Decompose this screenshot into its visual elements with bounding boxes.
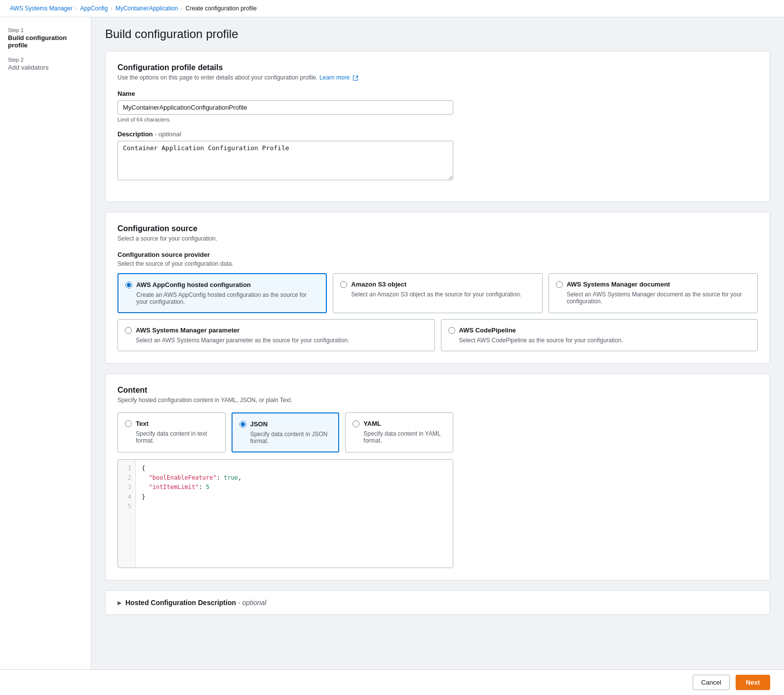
source-option-ssm-document-desc: Select an AWS Systems Manager document a… <box>567 291 750 305</box>
source-option-appconfig-hosted-desc: Create an AWS AppConfig hosted configura… <box>136 291 319 305</box>
name-input[interactable] <box>118 100 453 115</box>
sidebar-step-1: Step 1 Build configuration profile <box>8 27 83 49</box>
page-title: Build configuration profile <box>105 27 770 41</box>
collapsible-hosted-config-header[interactable]: ▶ Hosted Configuration Description - opt… <box>106 591 770 614</box>
radio-text[interactable] <box>125 420 132 427</box>
content-format-text-header: Text <box>125 420 218 427</box>
radio-appconfig-hosted[interactable] <box>125 282 132 288</box>
collapsible-arrow-icon: ▶ <box>118 600 121 606</box>
radio-s3[interactable] <box>340 281 347 288</box>
source-option-ssm-parameter[interactable]: AWS Systems Manager parameter Select an … <box>118 319 435 351</box>
content-format-json-title: JSON <box>250 420 268 428</box>
source-option-s3-title: Amazon S3 object <box>351 281 406 288</box>
section-title-source: Configuration source <box>118 224 758 233</box>
source-option-ssm-document[interactable]: AWS Systems Manager document Select an A… <box>549 273 758 313</box>
learn-more-link[interactable]: Learn more <box>319 74 350 81</box>
section-desc-details: Use the options on this page to enter de… <box>118 74 758 81</box>
breadcrumb-current: Create configuration profile <box>186 5 257 12</box>
source-option-ssm-document-header: AWS Systems Manager document <box>556 281 750 288</box>
section-configuration-source: Configuration source Select a source for… <box>105 212 770 364</box>
sidebar-step-1-label: Step 1 <box>8 27 83 33</box>
source-option-appconfig-hosted-title: AWS AppConfig hosted configuration <box>136 281 251 288</box>
breadcrumb-aws-systems-manager[interactable]: AWS Systems Manager <box>10 5 73 12</box>
section-configuration-profile-details: Configuration profile details Use the op… <box>105 51 770 202</box>
source-option-s3[interactable]: Amazon S3 object Select an Amazon S3 obj… <box>333 273 542 313</box>
sidebar-step-2-title: Add validators <box>8 64 83 71</box>
sidebar-step-2: Step 2 Add validators <box>8 57 83 71</box>
content-format-text-desc: Specify data content in text format. <box>136 430 218 444</box>
source-option-ssm-document-title: AWS Systems Manager document <box>567 281 670 288</box>
breadcrumb-sep-1: › <box>76 6 77 11</box>
sidebar: Step 1 Build configuration profile Step … <box>0 17 91 695</box>
radio-ssm-document[interactable] <box>556 281 563 288</box>
name-label: Name <box>118 90 758 97</box>
radio-json[interactable] <box>239 421 246 428</box>
source-option-s3-desc: Select an Amazon S3 object as the source… <box>351 291 535 298</box>
source-option-codepipeline[interactable]: AWS CodePipeline Select AWS CodePipeline… <box>441 319 758 351</box>
section-hosted-config-desc: ▶ Hosted Configuration Description - opt… <box>105 590 770 615</box>
content-format-yaml-title: YAML <box>363 420 381 427</box>
breadcrumb-sep-2: › <box>111 6 112 11</box>
source-option-codepipeline-desc: Select AWS CodePipeline as the source fo… <box>459 337 751 344</box>
collapsible-hosted-config-title: Hosted Configuration Description - optio… <box>125 599 266 607</box>
source-option-codepipeline-title: AWS CodePipeline <box>459 327 516 334</box>
code-editor[interactable]: 1 2 3 4 5 { "boolEnableFeature": true, "… <box>118 459 453 568</box>
description-label: Description - optional <box>118 130 758 138</box>
subsection-label-provider: Configuration source provider <box>118 251 758 258</box>
subsection-hint-provider: Select the source of your configuration … <box>118 260 758 267</box>
radio-yaml[interactable] <box>353 420 359 427</box>
sidebar-step-1-title: Build configuration profile <box>8 34 83 49</box>
name-field-group: Name Limit of 64 characters. <box>118 90 758 123</box>
section-title-content: Content <box>118 386 758 395</box>
radio-codepipeline[interactable] <box>448 327 455 334</box>
content-format-options: Text Specify data content in text format… <box>118 412 453 452</box>
content-format-json[interactable]: JSON Specify data content in JSON format… <box>232 412 340 452</box>
content-format-yaml[interactable]: YAML Specify data content in YAML format… <box>345 412 453 452</box>
content-format-yaml-header: YAML <box>353 420 446 427</box>
source-option-appconfig-hosted[interactable]: AWS AppConfig hosted configuration Creat… <box>118 273 327 313</box>
source-option-codepipeline-header: AWS CodePipeline <box>448 327 751 334</box>
name-hint: Limit of 64 characters. <box>118 117 758 123</box>
main-content: Build configuration profile Configuratio… <box>91 17 784 695</box>
next-button[interactable]: Next <box>736 675 770 690</box>
source-options-bottom-row: AWS Systems Manager parameter Select an … <box>118 319 758 351</box>
sidebar-step-2-label: Step 2 <box>8 57 83 63</box>
content-format-json-desc: Specify data content in JSON format. <box>250 431 332 445</box>
section-content: Content Specify hosted configuration con… <box>105 373 770 580</box>
breadcrumb: AWS Systems Manager › AppConfig › MyCont… <box>0 0 784 17</box>
collapsible-optional-label: - optional <box>238 599 267 607</box>
source-option-appconfig-hosted-header: AWS AppConfig hosted configuration <box>125 281 319 288</box>
content-format-text[interactable]: Text Specify data content in text format… <box>118 412 226 452</box>
content-format-json-header: JSON <box>239 420 332 428</box>
code-gutter: 1 2 3 4 5 <box>118 460 136 568</box>
description-optional: - optional <box>155 130 181 138</box>
footer-bar: Cancel Next <box>0 669 784 695</box>
breadcrumb-mycontainerapplication[interactable]: MyContainerApplication <box>116 5 178 12</box>
breadcrumb-sep-3: › <box>181 6 182 11</box>
source-option-s3-header: Amazon S3 object <box>340 281 535 288</box>
description-field-group: Description - optional Container Applica… <box>118 130 758 182</box>
section-title-details: Configuration profile details <box>118 63 758 72</box>
external-link-icon <box>353 75 358 81</box>
breadcrumb-appconfig[interactable]: AppConfig <box>80 5 108 12</box>
source-option-ssm-parameter-header: AWS Systems Manager parameter <box>125 327 428 334</box>
cancel-button[interactable]: Cancel <box>693 675 729 690</box>
section-desc-content: Specify hosted configuration content in … <box>118 397 758 404</box>
page-layout: Step 1 Build configuration profile Step … <box>0 17 784 695</box>
content-format-yaml-desc: Specify data content in YAML format. <box>363 430 446 444</box>
section-desc-source: Select a source for your configuration. <box>118 235 758 242</box>
source-option-ssm-parameter-desc: Select an AWS Systems Manager parameter … <box>136 337 428 344</box>
description-textarea[interactable]: Container Application Configuration Prof… <box>118 141 453 180</box>
radio-ssm-parameter[interactable] <box>125 327 132 334</box>
source-options-top-row: AWS AppConfig hosted configuration Creat… <box>118 273 758 313</box>
source-option-ssm-parameter-title: AWS Systems Manager parameter <box>136 327 239 334</box>
code-content[interactable]: { "boolEnableFeature": true, "intItemLim… <box>136 460 453 568</box>
content-format-text-title: Text <box>136 420 149 427</box>
